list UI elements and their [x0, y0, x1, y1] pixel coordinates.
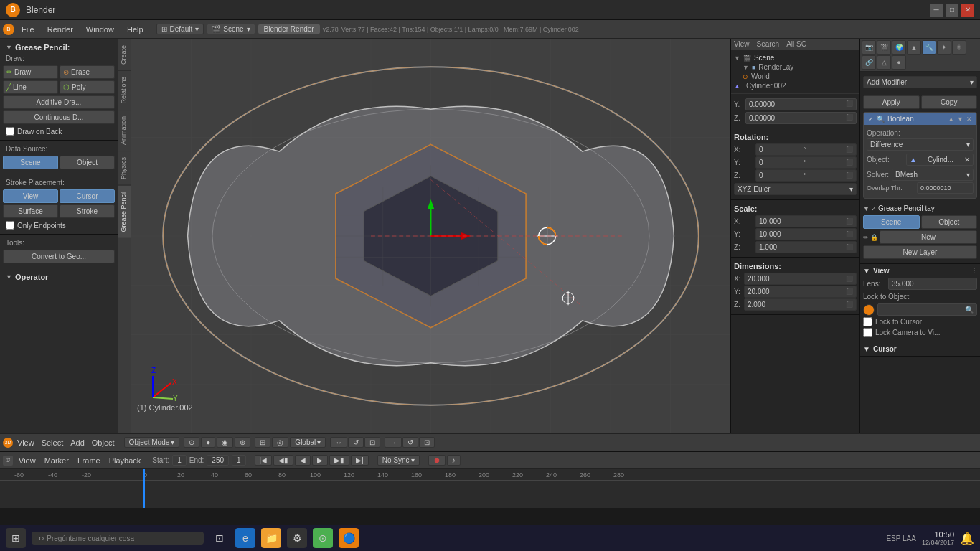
- timeline-view-menu[interactable]: View: [16, 456, 39, 466]
- mode-selector[interactable]: Object Mode▾: [124, 437, 180, 448]
- overlap-input[interactable]: 0.0000010: [917, 182, 974, 194]
- lock-object-input[interactable]: 🔍: [877, 303, 977, 316]
- timeline-playhead[interactable]: [143, 469, 145, 508]
- stroke-placement-button[interactable]: Stroke: [60, 204, 115, 218]
- side-tab-physics[interactable]: Physics: [118, 151, 131, 185]
- menu-help[interactable]: Help: [121, 24, 149, 35]
- start-frame-input[interactable]: 1: [172, 455, 187, 466]
- rot-x-input[interactable]: 0 ° ⬛: [755, 143, 857, 156]
- solver-dropdown[interactable]: BMesh ▾: [892, 169, 974, 181]
- audio-btn[interactable]: ♪: [447, 455, 461, 466]
- scale-btn[interactable]: ⊡: [364, 437, 380, 448]
- dim-y-input[interactable]: 20.000 ⬛: [744, 286, 857, 298]
- manip-btn1[interactable]: →: [385, 437, 402, 448]
- tree-item-world[interactable]: ⊙ World: [734, 72, 857, 81]
- prop-tab-render[interactable]: 📷: [862, 40, 876, 55]
- convert-to-geo-button[interactable]: Convert to Geo...: [3, 250, 115, 263]
- viewport-material-btn[interactable]: ◉: [217, 437, 233, 448]
- notifications-btn[interactable]: 🔔: [960, 532, 974, 545]
- operation-dropdown[interactable]: Difference ▾: [867, 138, 974, 151]
- task-view-btn[interactable]: ⊡: [209, 528, 230, 548]
- lock-camera-checkbox[interactable]: [863, 328, 872, 337]
- gp-object-button[interactable]: Object: [921, 215, 978, 229]
- minimize-button[interactable]: ─: [930, 4, 943, 17]
- prop-tab-scene[interactable]: 🎬: [877, 40, 891, 55]
- lock-to-cursor-checkbox[interactable]: [863, 317, 872, 326]
- viewport-render-btn[interactable]: ⊛: [235, 437, 250, 448]
- prop-tab-data[interactable]: △: [877, 55, 891, 70]
- play-prev-keyframe-btn[interactable]: ◀▮: [273, 455, 293, 466]
- lens-input[interactable]: 35.000: [888, 278, 977, 290]
- tree-item-scene[interactable]: ▼ 🎬 Scene: [734, 53, 857, 62]
- scale-x-input[interactable]: 10.000 ⬛: [755, 215, 857, 227]
- play-jump-end-btn[interactable]: ▶|: [351, 455, 369, 466]
- scale-y-input[interactable]: 10.000 ⬛: [755, 228, 857, 240]
- play-btn[interactable]: ▶: [312, 455, 328, 466]
- timeline-ruler[interactable]: -60 -40 -20 0 20 40 60 80 100 120 140 16…: [0, 469, 980, 508]
- workspace-selector[interactable]: ⊞Default▾: [156, 24, 204, 34]
- timeline-marker-menu[interactable]: Marker: [42, 456, 72, 466]
- search-label[interactable]: Search: [757, 40, 780, 48]
- close-button[interactable]: ✕: [961, 4, 974, 17]
- erase-button[interactable]: ⊘Erase: [60, 65, 115, 79]
- proportional-btn[interactable]: ◎: [272, 437, 288, 448]
- surface-placement-button[interactable]: Surface: [3, 204, 58, 218]
- manip-btn3[interactable]: ⊡: [419, 437, 435, 448]
- search-bar[interactable]: ○ Pregúntame cualquier cosa: [32, 532, 204, 545]
- continuous-draw-button[interactable]: Continuous D...: [3, 110, 115, 124]
- sync-selector[interactable]: No Sync▾: [377, 455, 420, 466]
- viewport[interactable]: User Ortho: [131, 39, 730, 433]
- line-button[interactable]: ╱Line: [3, 80, 58, 94]
- data-source-scene-button[interactable]: Scene: [3, 156, 58, 169]
- bottom-add-menu[interactable]: Add: [67, 438, 88, 448]
- explorer-icon[interactable]: 📁: [261, 528, 281, 548]
- pivot-selector[interactable]: Global▾: [290, 437, 326, 448]
- additive-draw-button[interactable]: Additive Dra...: [3, 95, 115, 109]
- only-endpoints-checkbox[interactable]: [6, 221, 14, 230]
- object-dropdown[interactable]: ▲ Cylind... ✕: [906, 154, 974, 166]
- maximize-button[interactable]: □: [946, 4, 958, 17]
- menu-render[interactable]: Render: [42, 24, 79, 35]
- viewport-shade-btn[interactable]: ⊙: [184, 437, 199, 448]
- scene-selector[interactable]: 🎬Scene▾: [207, 24, 255, 34]
- prop-tab-constraints[interactable]: 🔗: [862, 55, 876, 70]
- timeline-frame-menu[interactable]: Frame: [75, 456, 103, 466]
- chrome-icon[interactable]: ⊙: [313, 528, 333, 548]
- rotate-btn[interactable]: ↺: [348, 437, 364, 448]
- gp-new-button[interactable]: New: [880, 230, 977, 244]
- snap-btn[interactable]: ⊞: [255, 437, 270, 448]
- side-tab-relations[interactable]: Relations: [118, 70, 131, 110]
- transform-btn[interactable]: ↔: [330, 437, 347, 448]
- view-label[interactable]: View: [734, 40, 750, 48]
- prop-tab-world[interactable]: 🌍: [892, 40, 906, 55]
- prop-tab-object[interactable]: ▲: [907, 40, 921, 55]
- copy-button[interactable]: Copy: [921, 95, 978, 109]
- draw-button[interactable]: ✏Draw: [3, 65, 58, 79]
- scale-z-input[interactable]: 1.000 ⬛: [755, 241, 857, 253]
- prop-tab-particles[interactable]: ✦: [937, 40, 951, 55]
- euler-mode-dropdown[interactable]: XYZ Euler ▾: [734, 183, 857, 195]
- play-prev-btn[interactable]: ◀: [295, 455, 311, 466]
- side-tab-grease-pencil[interactable]: Grease Pencil: [118, 185, 131, 238]
- timeline-playback-menu[interactable]: Playback: [106, 456, 144, 466]
- tree-item-renderlay[interactable]: ▼ ■ RenderLay: [734, 62, 857, 72]
- render-engine-button[interactable]: Blender Render: [258, 24, 320, 34]
- blender-icon[interactable]: 🔵: [339, 528, 359, 548]
- gp-new-layer-button[interactable]: New Layer: [863, 245, 977, 259]
- manip-btn2[interactable]: ↺: [402, 437, 418, 448]
- prop-tab-material[interactable]: ●: [892, 55, 906, 70]
- bottom-view-menu[interactable]: View: [14, 438, 37, 448]
- draw-on-back-checkbox[interactable]: [6, 127, 14, 136]
- bottom-object-menu[interactable]: Object: [89, 438, 118, 448]
- prop-tab-physics[interactable]: ⚛: [952, 40, 966, 55]
- viewport-solid-btn[interactable]: ●: [201, 437, 215, 448]
- menu-file[interactable]: File: [16, 24, 40, 35]
- dim-x-input[interactable]: 20.000 ⬛: [744, 273, 857, 285]
- add-modifier-dropdown[interactable]: Add Modifier ▾: [863, 76, 977, 88]
- view-placement-button[interactable]: View: [3, 189, 58, 203]
- data-source-object-button[interactable]: Object: [60, 156, 115, 169]
- all-label[interactable]: All SC: [786, 40, 806, 48]
- tree-item-cylinder[interactable]: ▲ Cylinder.002: [734, 81, 857, 90]
- apply-button[interactable]: Apply: [863, 95, 920, 109]
- play-jump-start-btn[interactable]: |◀: [255, 455, 273, 466]
